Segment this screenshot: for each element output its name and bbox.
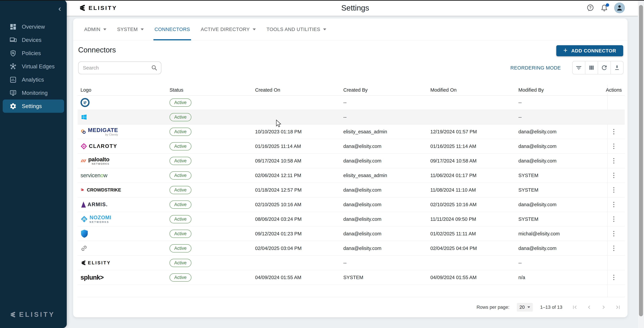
chevron-down-icon <box>103 28 106 30</box>
sidebar: ‹ Overview Devices Policies <box>0 0 67 328</box>
scrollbar-thumb[interactable] <box>639 5 643 316</box>
elisity-logo: ELISITY <box>80 260 111 266</box>
download-button[interactable] <box>610 61 623 74</box>
created-on-cell: 10/10/2023 01:18 PM <box>252 129 340 134</box>
window-top-edge <box>0 0 644 1</box>
filter-button[interactable] <box>572 61 585 74</box>
table-row[interactable]: ARMIS. Active 02/10/2025 10:16 AM dana@e… <box>78 197 625 212</box>
paloalto-networks-logo: paloalto NETWORKS <box>80 156 109 165</box>
refresh-button[interactable] <box>598 61 610 74</box>
account-avatar[interactable] <box>614 2 625 13</box>
row-actions-button[interactable] <box>611 229 616 238</box>
sidebar-item-settings[interactable]: Settings <box>3 99 64 113</box>
row-actions-button[interactable] <box>611 244 616 253</box>
column-header-modified-on[interactable]: Modified On <box>428 87 516 93</box>
first-page-button[interactable] <box>572 304 578 311</box>
chevron-down-icon <box>528 306 530 308</box>
sidebar-item-label: Policies <box>22 50 41 56</box>
search-input[interactable] <box>78 62 161 74</box>
status-badge: Active <box>170 142 191 150</box>
devices-icon <box>10 36 17 44</box>
claroty-gear-icon <box>80 143 87 150</box>
sidebar-item-monitoring[interactable]: Monitoring <box>0 86 67 99</box>
sidebar-item-policies[interactable]: Policies <box>0 46 67 60</box>
modified-on-cell: 02/10/2025 10:16 AM <box>428 202 516 207</box>
armis-triangle-icon <box>80 202 86 208</box>
table-row[interactable]: Active 02/04/2025 03:04 PM dana@elisity.… <box>78 241 625 256</box>
table-row[interactable]: CLΛROTY Active 01/16/2025 11:14 AM dana@… <box>78 139 625 154</box>
sidebar-item-devices[interactable]: Devices <box>0 33 67 46</box>
sidebar-item-overview[interactable]: Overview <box>0 20 67 33</box>
tab-active-directory[interactable]: ACTIVE DIRECTORY <box>196 18 261 40</box>
next-page-button[interactable] <box>600 304 607 311</box>
rows-per-page-select[interactable]: 20 <box>517 303 533 312</box>
vertical-scrollbar[interactable] <box>638 1 644 328</box>
chevron-down-icon <box>141 28 144 30</box>
modified-on-cell: 01/16/2025 11:14 AM <box>428 144 516 149</box>
previous-page-button[interactable] <box>586 304 592 311</box>
table-row[interactable]: splunk> Active 04/09/2024 01:55 AM SYSTE… <box>78 270 625 285</box>
chevron-down-icon <box>323 28 326 30</box>
tab-connectors[interactable]: CONNECTORS <box>149 18 196 40</box>
tab-system[interactable]: SYSTEM <box>112 18 149 40</box>
connectors-table: Active -- -- Active -- -- <box>78 95 625 285</box>
elisity-header-logo: ELISITY <box>78 0 117 16</box>
filter-icon <box>575 64 582 71</box>
reordering-mode-button[interactable]: REORDERING MODE <box>509 65 562 71</box>
column-header-modified-by[interactable]: Modified By <box>516 87 603 93</box>
sidebar-collapse-button[interactable]: ‹ <box>57 4 62 13</box>
table-row[interactable]: NOZOMI NETWORKS Active 08/06/2024 03:24 … <box>78 212 625 227</box>
table-row[interactable]: MEDIGATE by Claroty Active 10/10/2023 01… <box>78 124 625 139</box>
table-row[interactable]: Active -- -- <box>78 95 625 110</box>
columns-button[interactable] <box>585 61 598 74</box>
virtual-edges-icon <box>10 63 17 70</box>
status-badge: Active <box>170 113 191 121</box>
table-row[interactable]: paloalto NETWORKS Active 09/17/2024 10:5… <box>78 154 625 168</box>
row-actions-button[interactable] <box>611 156 616 166</box>
person-icon <box>616 4 623 12</box>
row-actions-button[interactable] <box>611 185 616 195</box>
created-by-cell: dana@elisity.com <box>340 144 428 149</box>
column-header-status[interactable]: Status <box>167 87 252 93</box>
help-button[interactable]: ? <box>586 4 594 12</box>
tab-admin[interactable]: ADMIN <box>79 18 112 40</box>
created-by-cell: elisity_esaas_admin <box>340 129 428 134</box>
sidebar-footer-logo: ELISITY <box>10 311 55 318</box>
columns-icon <box>588 64 595 71</box>
row-actions-button[interactable] <box>611 171 616 180</box>
help-icon: ? <box>586 4 594 12</box>
row-actions-button[interactable] <box>611 214 616 224</box>
row-actions-button[interactable] <box>611 273 616 282</box>
notifications-button[interactable] <box>600 4 608 12</box>
refresh-icon <box>601 64 608 71</box>
modified-on-cell: 11/11/2024 09:50 PM <box>428 216 516 222</box>
modified-by-cell: dana@elisity.com <box>516 158 603 164</box>
modified-on-cell: 12/19/2024 01:57 PM <box>428 129 516 134</box>
column-header-created-on[interactable]: Created On <box>252 87 340 93</box>
table-row[interactable]: Active 09/12/2024 01:23 PM dana@elisity.… <box>78 227 625 241</box>
medigate-knot-icon <box>80 129 86 134</box>
sidebar-item-virtual-edges[interactable]: Virtual Edges <box>0 60 67 73</box>
tab-label: SYSTEM <box>117 27 138 32</box>
created-by-cell: dana@elisity.com <box>340 202 428 207</box>
last-page-button[interactable] <box>615 304 621 311</box>
table-row[interactable]: servicenow Active 02/06/2024 12:11 PM el… <box>78 168 625 183</box>
download-icon <box>614 64 620 71</box>
row-actions-button[interactable] <box>611 142 616 151</box>
table-row[interactable]: Active -- -- <box>78 110 625 124</box>
search-icon <box>151 64 158 71</box>
column-header-logo[interactable]: Logo <box>78 87 167 93</box>
paloalto-mark-icon <box>80 158 86 164</box>
tab-tools-and-utilities[interactable]: TOOLS AND UTILITIES <box>261 18 332 40</box>
row-actions-button[interactable] <box>611 127 616 136</box>
row-actions-button[interactable] <box>611 200 616 209</box>
chevron-right-icon <box>600 304 607 311</box>
column-header-created-by[interactable]: Created By <box>340 87 428 93</box>
sidebar-item-label: Settings <box>22 103 42 109</box>
modified-on-cell: 02/04/2025 04:04 PM <box>428 246 516 251</box>
table-row[interactable]: CROWDSTRIKE Active 01/18/2024 12:57 PM d… <box>78 183 625 197</box>
svg-text:?: ? <box>589 5 592 10</box>
add-connector-button[interactable]: + ADD CONNECTOR <box>556 45 623 56</box>
table-row[interactable]: ELISITY Active -- -- <box>78 256 625 270</box>
sidebar-item-analytics[interactable]: Analytics <box>0 73 67 86</box>
